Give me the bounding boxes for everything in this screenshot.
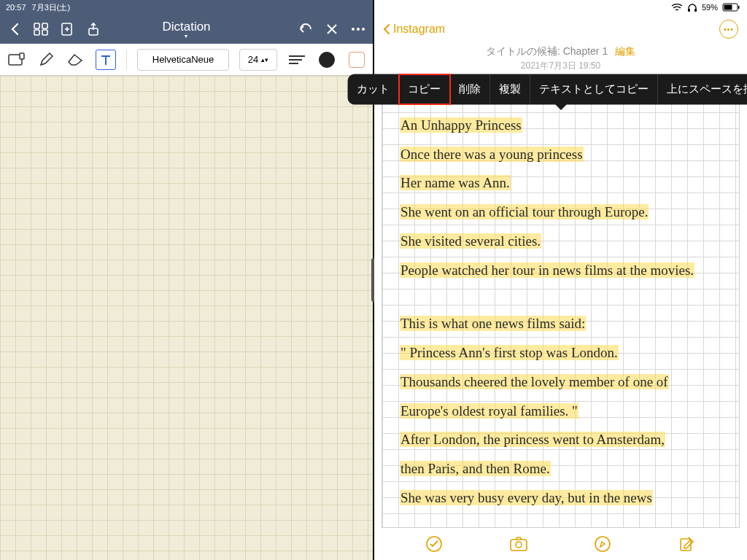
svg-point-6 [352,28,355,31]
right-bottom-toolbar [374,528,747,560]
back-to-app-button[interactable]: Instagram [383,23,445,36]
handwriting-line [400,290,730,315]
handwriting-line: An Unhappy Princess [400,117,730,134]
context-menu-item[interactable]: 上にスペースを挿入 [658,74,748,104]
stepper-arrows-icon: ▴▾ [261,57,268,63]
svg-point-18 [516,542,522,548]
font-size-stepper[interactable]: 24 ▴▾ [239,49,276,71]
thumbnails-icon[interactable] [31,19,51,39]
separator [126,50,127,70]
status-bar-left: 20:57 7月3日(土) [0,0,373,15]
handwriting-line: This is what one news films said: [400,315,730,332]
left-title-text: Dictation [162,20,210,34]
battery-percent: 59% [702,3,718,12]
note-title-prefix: タイトルの候補: [486,45,563,57]
note-title-row: タイトルの候補: Chapter 1 編集 [374,44,747,60]
svg-rect-0 [34,23,39,28]
read-mode-icon[interactable] [6,50,26,70]
handwriting-content[interactable]: Chapter 1An Unhappy PrincessOnce there w… [400,88,730,518]
text-tool-icon[interactable] [96,50,115,70]
handwriting-line: Her name was Ann. [400,174,730,192]
markup-icon[interactable] [593,534,612,553]
handwriting-line: Thousands cheered the lovely member of o… [400,373,730,391]
eraser-tool-icon[interactable] [66,50,85,70]
add-page-icon[interactable] [57,19,77,39]
wifi-icon [671,3,683,12]
svg-rect-12 [694,9,697,12]
battery-icon [722,3,740,12]
align-tool-icon[interactable] [287,50,307,70]
svg-rect-11 [688,9,690,12]
context-menu: カットコピー削除複製テキストとしてコピー上にスペースを挿入 [348,74,748,104]
handwriting-line: Europe's oldest royal families. " [400,402,730,420]
headphones-icon [687,3,697,12]
status-time: 20:57 [6,3,26,12]
svg-rect-10 [20,53,24,59]
context-menu-item[interactable]: 複製 [490,74,530,104]
context-menu-item[interactable]: カット [348,74,399,104]
text-color-icon[interactable] [317,50,337,70]
left-title[interactable]: Dictation ▾ [162,20,210,39]
handwriting-line: She went on an official tour through Eur… [400,203,730,221]
handwriting-line: Once there was a young princess [400,146,730,163]
left-app: 20:57 7月3日(土) Dictation ▾ [0,0,373,560]
handwriting-line: People watched her tour in news films at… [400,262,730,279]
font-selector[interactable]: HelveticaNeue [137,49,230,71]
note-title-value: Chapter 1 [563,45,608,57]
svg-rect-14 [724,5,732,10]
svg-point-7 [357,28,360,31]
chevron-down-icon: ▾ [185,34,187,39]
font-name: HelveticaNeue [152,54,214,65]
edit-title-button[interactable]: 編集 [615,45,635,57]
pen-tool-icon[interactable] [36,50,55,70]
left-navbar: Dictation ▾ [0,15,373,44]
context-menu-item[interactable]: テキストとしてコピー [530,74,658,104]
back-label: Instagram [393,23,445,36]
left-canvas[interactable] [0,76,373,560]
compose-icon[interactable] [678,534,697,553]
font-size-value: 24 [248,54,258,65]
svg-rect-2 [34,30,39,35]
svg-point-8 [362,28,365,31]
handwriting-line: She was very busy every day, but in the … [400,489,730,507]
handwriting-line: then Paris, and then Rome. [400,460,730,478]
check-icon[interactable] [425,534,444,553]
status-bar-right: 59% [374,0,747,15]
status-date: 7月3日(土) [32,2,71,13]
right-app: 59% Instagram ••• タイトルの候補: Chapter 1 編集 … [374,0,747,560]
svg-rect-1 [42,23,47,28]
back-icon[interactable] [4,19,25,39]
right-canvas[interactable]: Chapter 1An Unhappy PrincessOnce there w… [382,79,740,528]
left-toolbar: HelveticaNeue 24 ▴▾ [0,44,373,76]
handwriting-line: She visited several cities. [400,233,730,250]
svg-rect-3 [42,30,47,35]
context-menu-item[interactable]: 削除 [450,74,490,104]
more-icon[interactable] [348,19,368,39]
right-topbar: Instagram ••• [374,15,747,44]
text-bg-icon[interactable] [347,50,367,70]
share-icon[interactable] [83,19,104,39]
camera-icon[interactable] [509,534,528,553]
undo-icon[interactable] [295,19,316,39]
svg-point-19 [595,537,610,551]
handwriting-line: " Princess Ann's first stop was London. [400,344,730,362]
context-menu-item[interactable]: コピー [399,74,450,104]
handwriting-line: After London, the princess went to Amste… [400,431,730,448]
svg-rect-15 [738,6,740,9]
note-more-icon[interactable]: ••• [719,20,738,39]
close-icon[interactable] [322,19,342,39]
